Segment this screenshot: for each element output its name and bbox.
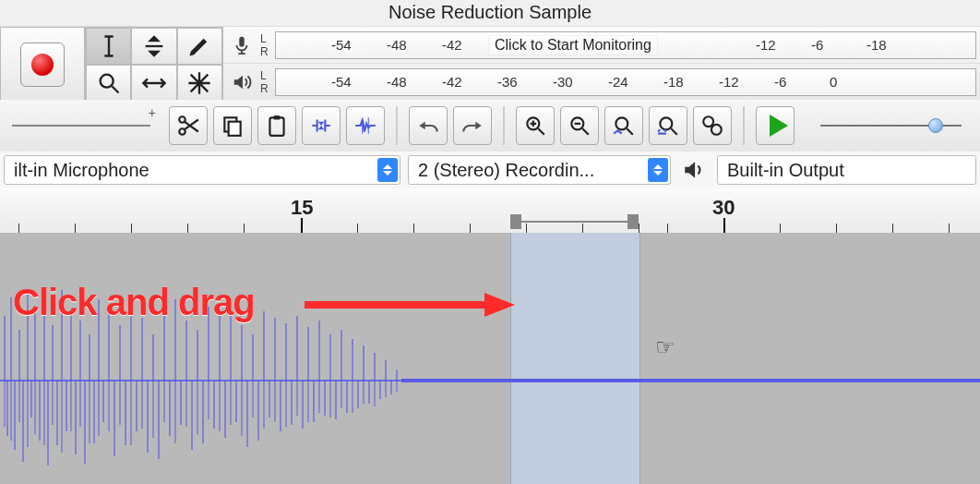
transport-toolbar: LR -54 -48 -42 Click to Start Monitoring… [0,26,980,102]
time-shift-tool[interactable] [131,65,176,102]
output-meter-row: LR -54 -48 -42 -36 -30 -24 -18 -12 -6 0 [223,64,980,101]
gain-slider[interactable]: + [0,100,161,151]
svg-point-11 [660,117,672,129]
channels-select[interactable]: 2 (Stereo) Recordin... [408,155,671,185]
ruler-tick-label: 30 [712,196,735,220]
cut-button[interactable] [169,106,208,145]
svg-rect-6 [269,117,283,135]
input-device-select[interactable]: ilt-in Microphone [4,155,400,185]
envelope-tool[interactable] [131,28,176,65]
silence-button[interactable] [346,106,385,145]
draw-tool[interactable] [177,28,222,65]
zoom-toggle-button[interactable] [693,106,732,145]
speaker-icon [223,64,260,100]
input-meter[interactable]: -54 -48 -42 Click to Start Monitoring -1… [275,31,976,59]
speaker-icon [678,158,710,182]
trim-button[interactable] [302,106,341,145]
fit-selection-button[interactable] [604,106,643,145]
zoom-out-button[interactable] [560,106,599,145]
output-meter[interactable]: -54 -48 -42 -36 -30 -24 -18 -12 -6 0 [275,68,976,96]
input-device-label: ilt-in Microphone [14,160,149,181]
waveform [0,233,980,484]
input-meter-row: LR -54 -48 -42 Click to Start Monitoring… [223,27,980,64]
channels-label: 2 (Stereo) Recordin... [418,160,594,181]
zoom-in-button[interactable] [516,106,555,145]
lr-labels-out: LR [260,68,275,96]
start-monitoring-label[interactable]: Click to Start Monitoring [488,35,658,55]
device-toolbar: ilt-in Microphone 2 (Stereo) Recordin...… [0,151,980,189]
annotation-text: Click and drag [13,282,255,323]
lr-labels: LR [260,31,275,59]
chevron-updown-icon [648,158,668,182]
fit-project-button[interactable] [649,106,687,145]
microphone-icon [223,27,260,63]
output-device-select[interactable]: Built-in Output [717,155,976,185]
paste-button[interactable] [257,106,296,145]
tools-panel [85,27,223,103]
annotation-arrow-icon [305,291,517,319]
selection-tool[interactable] [86,28,131,65]
svg-point-0 [100,75,113,88]
edit-toolbar: + [0,100,980,152]
output-device-label: Built-in Output [727,160,844,181]
cursor-hand-icon: ☞ [655,334,675,360]
window-title: Noise Reduction Sample [0,2,980,23]
record-panel [0,27,85,103]
chevron-updown-icon [377,158,398,182]
playback-speed-slider[interactable] [802,125,980,127]
play-button[interactable] [756,106,795,145]
ruler-tick-label: 15 [291,196,313,220]
record-button[interactable] [20,42,65,87]
meters-panel: LR -54 -48 -42 Click to Start Monitoring… [223,27,980,101]
svg-point-10 [615,117,627,129]
undo-button[interactable] [409,106,448,145]
copy-button[interactable] [213,106,252,145]
timeline-ruler[interactable]: 15 30 [0,188,980,235]
zoom-tool[interactable] [86,65,131,102]
audio-track[interactable]: ☞ [0,233,980,484]
svg-marker-15 [484,293,515,317]
svg-rect-7 [274,115,281,119]
svg-rect-1 [239,36,245,46]
redo-button[interactable] [453,106,492,145]
selection-handles[interactable] [510,214,639,229]
svg-rect-5 [229,122,241,136]
multi-tool[interactable] [177,65,222,102]
